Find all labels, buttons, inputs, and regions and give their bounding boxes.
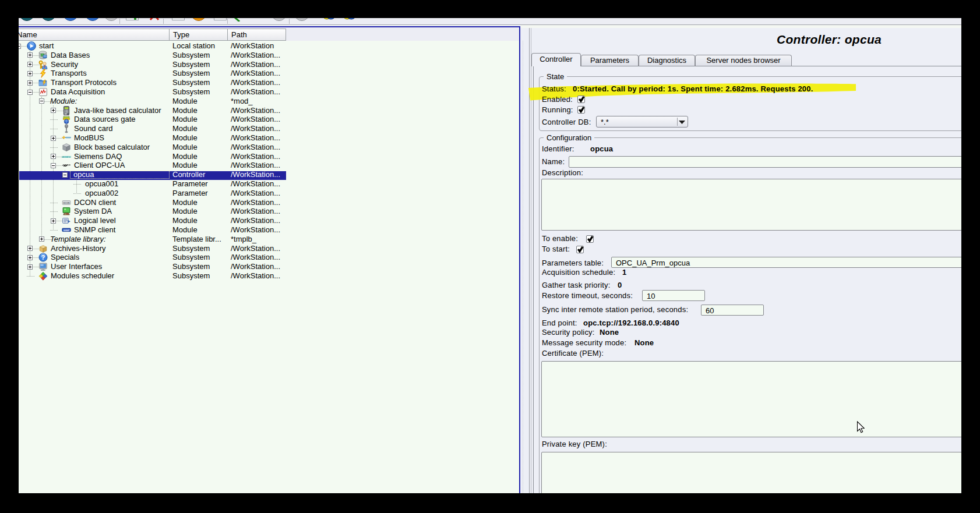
svg-text:SNMP: SNMP (64, 229, 70, 232)
svg-text:SIEMENS: SIEMENS (62, 155, 71, 158)
svg-text:?: ? (41, 254, 45, 261)
svg-text:DCON: DCON (64, 201, 70, 204)
